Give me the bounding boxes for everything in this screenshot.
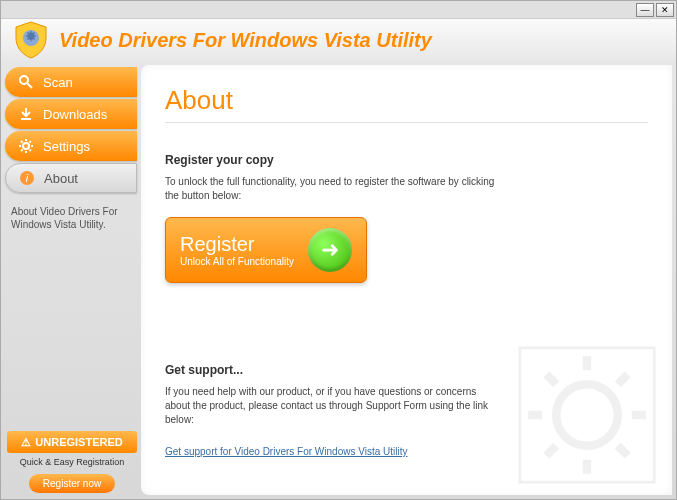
unregistered-badge: UNREGISTERED (7, 431, 137, 453)
shield-icon (11, 20, 51, 60)
register-button-sub: Unlock All of Functionality (180, 256, 294, 267)
header: Video Drivers For Windows Vista Utility (1, 19, 676, 61)
nav-label: Settings (43, 139, 90, 154)
svg-line-13 (546, 374, 556, 384)
support-text: If you need help with our product, or if… (165, 385, 495, 427)
svg-point-4 (23, 143, 29, 149)
quick-registration-text: Quick & Easy Registration (7, 457, 137, 467)
register-button[interactable]: Register Unlock All of Functionality ➜ (165, 217, 367, 283)
register-section: Register your copy To unlock the full fu… (165, 153, 648, 283)
register-now-button[interactable]: Register now (29, 474, 115, 493)
register-heading: Register your copy (165, 153, 648, 167)
support-link[interactable]: Get support for Video Drivers For Window… (165, 446, 408, 457)
main-panel: About Register your copy To unlock the f… (141, 65, 672, 495)
info-icon: i (18, 169, 36, 187)
nav-label: Downloads (43, 107, 107, 122)
svg-line-14 (618, 446, 628, 456)
minimize-button[interactable]: — (636, 3, 654, 17)
nav-scan[interactable]: Scan (5, 67, 137, 97)
register-button-main: Register (180, 233, 294, 256)
nav-label: About (44, 171, 78, 186)
app-title: Video Drivers For Windows Vista Utility (59, 29, 432, 52)
nav-downloads[interactable]: Downloads (5, 99, 137, 129)
arrow-right-icon: ➜ (308, 228, 352, 272)
svg-point-8 (556, 384, 618, 446)
sidebar-description: About Video Drivers For Windows Vista Ut… (5, 195, 137, 241)
app-window: — ✕ Video Drivers For Windows Vista Util… (0, 0, 677, 500)
page-title: About (165, 85, 648, 123)
nav-settings[interactable]: Settings (5, 131, 137, 161)
register-button-text: Register Unlock All of Functionality (180, 233, 294, 267)
svg-point-2 (20, 76, 28, 84)
sidebar: Scan Downloads Settings i About Ab (1, 61, 141, 499)
nav-label: Scan (43, 75, 73, 90)
close-button[interactable]: ✕ (656, 3, 674, 17)
svg-line-3 (27, 83, 32, 88)
search-icon (17, 73, 35, 91)
nav-about[interactable]: i About (5, 163, 137, 193)
sidebar-bottom: UNREGISTERED Quick & Easy Registration R… (7, 431, 137, 493)
gear-icon (17, 137, 35, 155)
svg-line-16 (618, 374, 628, 384)
body: Scan Downloads Settings i About Ab (1, 61, 676, 499)
download-icon (17, 105, 35, 123)
background-gear-icon (512, 345, 662, 485)
register-text: To unlock the full functionality, you ne… (165, 175, 495, 203)
svg-line-15 (546, 446, 556, 456)
titlebar: — ✕ (1, 1, 676, 19)
